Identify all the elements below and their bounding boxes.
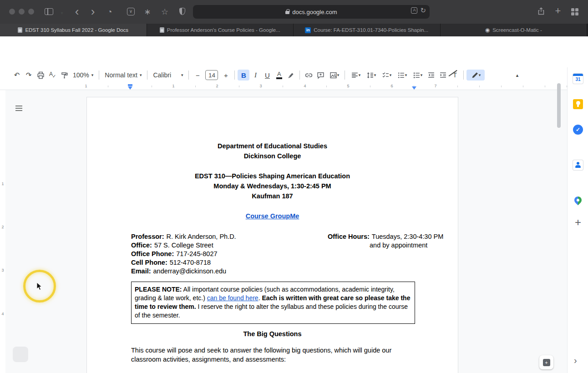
font-size-input[interactable]: 14	[205, 70, 218, 80]
sidebar-chevron-icon[interactable]: ▾	[56, 8, 67, 19]
separator	[299, 71, 300, 80]
ruler-number: 7	[433, 84, 438, 88]
policies-link[interactable]: can be found here	[207, 294, 259, 302]
docs-header: EDST 310 Syllabus Fall 2022 ☆ File Edit …	[0, 36, 588, 67]
section-title: The Big Questions	[87, 329, 458, 339]
tab-moodle-course[interactable]: in Course: FA-EDST-310.01-7340-Policies …	[294, 24, 441, 36]
tab-course-policies[interactable]: Professor Anderson's Course Policies - G…	[147, 24, 294, 36]
docs-toolbar: ↶ ↷ A ✓ 100% ▾ Normal text ▾ Calibri ▾ −…	[0, 67, 567, 83]
first-line-indent-marker[interactable]	[128, 84, 132, 86]
align-button[interactable]: ▾	[348, 70, 363, 81]
tab-overview-icon[interactable]	[571, 8, 578, 15]
in-favicon: in	[305, 27, 311, 33]
bulleted-list-button[interactable]: ▾	[394, 70, 410, 81]
close-window-button[interactable]	[9, 9, 15, 15]
share-page-icon[interactable]	[537, 7, 545, 17]
side-panel-strip: 31 ✓ + ›	[567, 67, 588, 373]
tab-screencast[interactable]: ◉ Screencast-O-Matic -	[441, 24, 588, 36]
favorites-star-icon[interactable]: ☆	[159, 6, 170, 17]
left-indent-marker[interactable]	[128, 86, 132, 90]
explore-button[interactable]: +	[539, 355, 553, 369]
undo-button[interactable]: ↶	[11, 70, 23, 81]
spellcheck-button[interactable]: A ✓	[46, 70, 58, 81]
faded-logo-shape	[13, 347, 28, 362]
bold-button[interactable]: B	[238, 70, 249, 81]
zoom-select[interactable]: 100% ▾	[70, 70, 96, 81]
text-color-button[interactable]: A	[273, 70, 285, 81]
tab-label: EDST 310 Syllabus Fall 2022 - Google Doc…	[25, 27, 128, 33]
chevron-down-icon: ▾	[181, 73, 183, 77]
decrease-indent-button[interactable]	[425, 70, 437, 81]
underline-button[interactable]: U	[261, 70, 273, 81]
please-note-box: PLEASE NOTE: All important course polici…	[131, 282, 415, 324]
print-button[interactable]	[35, 70, 46, 81]
info-row: Office Phone:717-245-8027	[131, 250, 458, 258]
chevron-down-icon: ▾	[359, 73, 361, 77]
docs-favicon	[18, 27, 22, 33]
minimize-window-button[interactable]	[19, 9, 25, 15]
editing-mode-button[interactable]: ▾	[466, 70, 485, 81]
clear-formatting-button[interactable]: T	[449, 70, 461, 81]
ruler-number: 1	[83, 84, 89, 88]
chevron-down-icon: ▾	[374, 73, 376, 77]
insert-image-button[interactable]: ▾	[326, 70, 342, 81]
tab-syllabus[interactable]: EDST 310 Syllabus Fall 2022 - Google Doc…	[0, 24, 147, 36]
doc-heading: Department of Educational Studies	[87, 141, 458, 151]
add-comment-button[interactable]	[314, 70, 326, 81]
new-tab-icon[interactable]: +	[553, 5, 563, 16]
line-spacing-button[interactable]: ▾	[363, 70, 379, 81]
sidebar-icon[interactable]	[45, 8, 53, 15]
paint-format-button[interactable]	[58, 70, 70, 81]
vertical-ruler[interactable]: 1 2 3 4	[0, 90, 5, 373]
hide-panel-chevron-icon[interactable]: ›	[574, 355, 577, 366]
collapse-toolbar-button[interactable]: ▴	[511, 70, 523, 81]
font-select[interactable]: Calibri ▾	[150, 70, 186, 81]
shield-icon[interactable]	[179, 8, 185, 15]
tab-label: Course: FA-EDST-310.01-7340-Policies Sha…	[314, 27, 428, 33]
info-row: Cell Phone:512-470-8718	[131, 258, 458, 267]
tasks-icon[interactable]: ✓	[573, 125, 583, 135]
tab-label: Professor Anderson's Course Policies - G…	[167, 27, 280, 33]
keep-icon[interactable]	[573, 99, 583, 109]
extension-icon[interactable]: ∗	[142, 6, 153, 17]
doc-course-title: EDST 310—Policies Shaping American Educa…	[87, 171, 458, 181]
paragraph-style-select[interactable]: Normal text ▾	[102, 70, 144, 81]
forward-icon[interactable]: ›	[87, 6, 98, 17]
show-outline-button[interactable]	[15, 104, 24, 113]
ruler-number: 2	[214, 84, 220, 88]
chevron-down-icon: ▾	[421, 73, 423, 77]
decrease-font-size-button[interactable]: −	[192, 70, 203, 81]
document-scroll-area[interactable]: Department of Educational Studies Dickin…	[0, 90, 567, 373]
document-page[interactable]: Department of Educational Studies Dickin…	[86, 97, 458, 373]
vertical-scrollbar[interactable]	[557, 83, 561, 128]
lock-icon	[285, 11, 289, 14]
maps-icon[interactable]	[573, 195, 583, 206]
checklist-button[interactable]: ▾	[379, 70, 394, 81]
address-bar[interactable]: docs.google.com A ↻	[193, 5, 430, 19]
calendar-icon[interactable]: 31	[573, 74, 583, 84]
right-indent-marker[interactable]	[412, 86, 416, 90]
increase-font-size-button[interactable]: +	[220, 70, 232, 81]
contacts-icon[interactable]	[573, 160, 583, 170]
pocket-icon[interactable]: ∨	[127, 8, 135, 15]
insert-link-button[interactable]	[303, 70, 314, 81]
ruler-number: 3	[0, 268, 5, 272]
redo-button[interactable]: ↷	[23, 70, 35, 81]
translate-icon[interactable]: A	[411, 7, 417, 14]
horizontal-ruler[interactable]: 1 1 2 3 4 5 6 7	[0, 83, 567, 90]
groupme-link[interactable]: Course GroupMe	[246, 212, 299, 220]
add-addon-icon[interactable]: +	[573, 217, 583, 227]
highlight-color-button[interactable]	[285, 70, 297, 81]
separator	[99, 71, 99, 80]
increase-indent-button[interactable]	[437, 70, 449, 81]
browser-chrome: ▾ ‹ › ◔ ∨ ∗ ☆ docs.google.com A ↻ +	[0, 0, 588, 24]
ruler-number: 5	[345, 84, 351, 88]
italic-button[interactable]: I	[249, 70, 261, 81]
zoom-window-button[interactable]	[28, 9, 34, 15]
intro-paragraph: This course will pose and seek to answer…	[131, 346, 400, 364]
reload-icon[interactable]: ↻	[420, 6, 426, 15]
numbered-list-button[interactable]: ▾	[410, 70, 425, 81]
back-icon[interactable]: ‹	[71, 6, 82, 17]
speedometer-icon[interactable]: ◔	[104, 6, 115, 17]
separator	[345, 71, 345, 80]
